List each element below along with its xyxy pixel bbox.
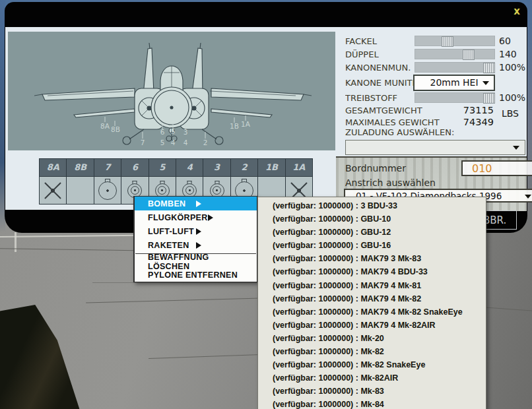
menu-item-flugkoerper[interactable]: FLUGKÖRPER — [135, 210, 257, 224]
menu-item-label: BOMBEN — [148, 199, 196, 208]
submenu-arrow-icon — [208, 214, 249, 221]
menu-item-label: BEWAFFNUNG LÖSCHEN — [148, 253, 249, 271]
gun-ammo-type-value: 20mm HEI — [430, 77, 478, 88]
pylon-store-icon — [43, 181, 63, 201]
pylon-header-2: 2 — [231, 159, 258, 176]
submenu-item[interactable]: (verfügbar: 1000000) : MAK79 4 Mk-82 — [258, 292, 486, 305]
pylon-context-menu: BOMBEN FLUGKÖRPER LUFT-LUFT RAKETEN BEWA… — [133, 196, 257, 282]
gun-ammo-type-row: KANONE MUNITION 20mm HEI — [345, 75, 528, 90]
diagram-label-4b: 4 — [171, 139, 176, 146]
f14-front-view: 8A 8B 7 6 5 5 4 3 4 2 1B 1A — [8, 32, 335, 150]
slider-handle[interactable] — [442, 36, 453, 47]
submenu-arrow-icon — [196, 228, 249, 235]
fackel-label: FACKEL — [345, 36, 415, 46]
submenu-item[interactable]: (verfügbar: 1000000) : MAK79 4 BDU-33 — [258, 265, 486, 278]
submenu-item[interactable]: (verfügbar: 1000000) : Mk-84 — [258, 398, 486, 409]
diagram-label-7: 7 — [141, 139, 145, 146]
kanone-typ-label: KANONE MUNITION — [345, 78, 413, 88]
tarmac-crack — [92, 282, 261, 283]
pylon-cell-8a[interactable] — [40, 176, 67, 204]
submenu-item[interactable]: (verfügbar: 1000000) : MAK79 4 Mk-82AIR — [258, 319, 486, 332]
chevron-down-icon — [513, 146, 519, 150]
treibstoff-slider[interactable] — [415, 92, 495, 103]
diagram-label-6: 6 — [160, 128, 165, 136]
submenu-item[interactable]: (verfügbar: 1000000) : MAK79 4 Mk-82 Sna… — [258, 305, 486, 319]
menu-item-raketen[interactable]: RAKETEN — [135, 238, 257, 252]
menu-item-luft-luft[interactable]: LUFT-LUFT — [135, 224, 257, 238]
submenu-item[interactable]: (verfügbar: 1000000) : 3 BDU-33 — [258, 199, 486, 212]
gesamtgewicht-label: GESAMTGEWICHT — [345, 106, 453, 115]
pylon-header-5: 5 — [149, 159, 176, 176]
diagram-label-2: 2 — [203, 139, 208, 146]
diagram-label-1b: 1B — [230, 122, 239, 130]
menu-item-label: FLUGKÖRPER — [148, 213, 208, 222]
pylon-header-7: 7 — [94, 159, 121, 176]
aircraft-nose-silhouette — [0, 305, 92, 409]
diagram-label-8a: 8A — [100, 122, 110, 130]
max-gewicht-value: 74349 — [453, 117, 494, 127]
treibstoff-value: 100% — [495, 92, 528, 103]
pylon-table-header: 8A 8B 7 6 5 4 3 2 1B 1A — [40, 159, 312, 176]
zuladung-label: ZULADUNG AUSWÄHLEN: — [345, 127, 454, 137]
submenu-item[interactable]: (verfügbar: 1000000) : GBU-12 — [258, 226, 486, 239]
gun-ammo-type-select[interactable]: 20mm HEI — [413, 75, 495, 91]
max-weight-row: MAXIMALES GEWICHT 74349 — [345, 115, 528, 129]
submenu-item[interactable]: (verfügbar: 1000000) : GBU-10 — [258, 212, 486, 226]
bordnummer-input[interactable] — [461, 160, 532, 176]
slider-handle[interactable] — [483, 63, 495, 73]
submenu-item[interactable]: (verfügbar: 1000000) : Mk-82 — [258, 345, 486, 358]
tarmac-crack — [86, 298, 261, 303]
flare-row: FACKEL 60 — [345, 34, 528, 47]
submenu-item[interactable]: (verfügbar: 1000000) : Mk-82 SnakeEye — [258, 358, 486, 371]
menu-item-label: LUFT-LUFT — [148, 227, 196, 236]
chevron-down-icon — [525, 195, 531, 199]
pylon-header-6: 6 — [121, 159, 149, 176]
slider-handle[interactable] — [483, 93, 495, 104]
menu-item-label: RAKETEN — [148, 241, 196, 250]
diagram-label-5: 5 — [171, 127, 176, 135]
pylon-header-8b: 8B — [67, 159, 94, 176]
dueppel-slider[interactable] — [415, 49, 495, 59]
pylon-store-icon — [98, 181, 117, 200]
menu-item-bomben[interactable]: BOMBEN — [135, 197, 257, 210]
submenu-item[interactable]: (verfügbar: 1000000) : Mk-83 — [258, 385, 486, 398]
titlebar: x — [5, 2, 527, 27]
chaff-row: DÜPPEL 140 — [345, 47, 528, 61]
rearm-content-panel: 8A 8B 7 6 5 5 4 3 4 2 1B 1A FACKEL — [5, 27, 527, 210]
slider-handle[interactable] — [463, 49, 475, 60]
tarmac-crack — [149, 354, 261, 359]
pylon-header-4: 4 — [176, 159, 203, 176]
dueppel-value: 140 — [495, 49, 528, 59]
treibstoff-label: TREIBSTOFF — [345, 93, 415, 103]
kanonenmun-slider[interactable] — [415, 62, 495, 73]
fuel-row: TREIBSTOFF 100% — [345, 91, 528, 104]
fackel-slider[interactable] — [415, 36, 495, 46]
max-gewicht-label: MAXIMALES GEWICHT — [345, 117, 453, 127]
diagram-label-4: 4 — [183, 139, 188, 146]
submenu-item[interactable]: (verfügbar: 1000000) : Mk-82AIR — [258, 371, 486, 385]
submenu-item[interactable]: (verfügbar: 1000000) : MAK79 3 Mk-83 — [258, 252, 486, 265]
pylon-header-3: 3 — [203, 159, 230, 176]
submenu-item[interactable]: (verfügbar: 1000000) : GBU-16 — [258, 239, 486, 252]
zuladung-select[interactable] — [345, 140, 525, 155]
gun-ammo-row: KANONENMUN. 100% — [345, 61, 528, 74]
aircraft-diagram: 8A 8B 7 6 5 5 4 3 4 2 1B 1A — [8, 32, 335, 150]
dueppel-label: DÜPPEL — [345, 49, 415, 59]
bordnummer-label: Bordnummer — [345, 163, 406, 173]
submenu-item[interactable]: (verfügbar: 1000000) : MAK79 4 Mk-81 — [258, 279, 486, 292]
pylon-header-1a: 1A — [286, 159, 312, 176]
tarmac-crack — [485, 307, 532, 311]
submenu-item[interactable]: (verfügbar: 1000000) : Mk-20 — [258, 332, 486, 345]
pylon-cell-7[interactable] — [94, 176, 121, 204]
menu-item-label: PYLONE ENTFERNEN — [148, 270, 238, 280]
close-icon[interactable]: x — [514, 6, 520, 16]
diagram-label-5b: 5 — [160, 139, 165, 146]
kanonenmun-value: 100% — [495, 62, 528, 73]
submenu-arrow-icon — [196, 242, 249, 249]
pylon-cell-8b[interactable] — [67, 176, 94, 204]
menu-action-bewaffnung-loeschen[interactable]: BEWAFFNUNG LÖSCHEN — [135, 255, 257, 268]
anstrich-label: Anstrich auswählen — [345, 177, 436, 188]
submenu-arrow-icon — [196, 201, 249, 207]
kanonenmun-label: KANONENMUN. — [345, 63, 415, 73]
weight-unit-label: LBS — [502, 108, 519, 119]
